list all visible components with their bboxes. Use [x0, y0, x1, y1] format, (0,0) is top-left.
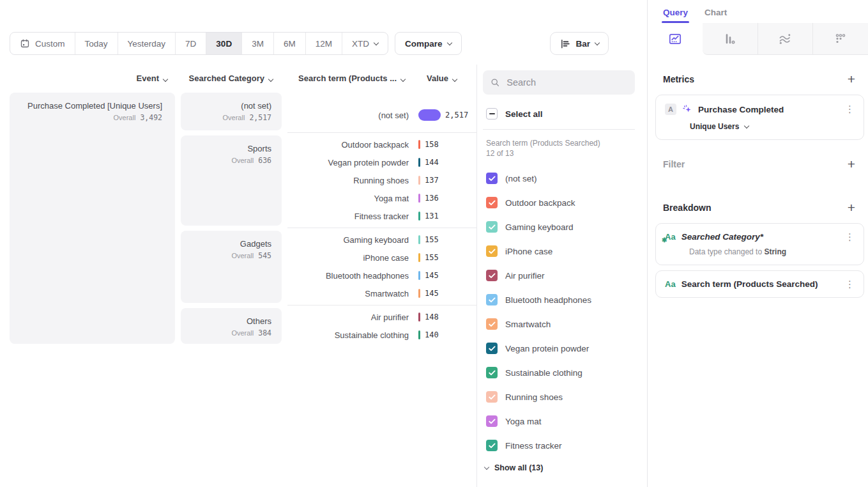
event-cell[interactable]: Purchase Completed [Unique Users] Overal…: [10, 93, 175, 344]
metric-card[interactable]: A Purchase Completed ⋮ Unique Users: [655, 95, 864, 140]
term-row[interactable]: Fitness tracker 131: [287, 207, 476, 225]
checkbox-checked[interactable]: [486, 294, 498, 305]
value-bar[interactable]: [418, 330, 420, 339]
date-range-today[interactable]: Today: [75, 33, 118, 54]
category-cell[interactable]: (not set) Overall2,517: [181, 93, 282, 130]
show-all-button[interactable]: Show all (13): [483, 463, 635, 472]
legend-item[interactable]: Outdoor backpack: [483, 190, 635, 215]
checkbox-checked[interactable]: [486, 318, 498, 330]
checkbox-checked[interactable]: [486, 173, 498, 184]
term-row[interactable]: Vegan protein powder 144: [287, 153, 476, 171]
column-header-search-term[interactable]: Search term (Products ...: [287, 73, 405, 83]
term-row[interactable]: iPhone case 155: [287, 249, 476, 267]
column-header-wrap: Search term (Products ... Value: [287, 73, 476, 83]
category-cell[interactable]: Sports Overall636: [181, 135, 282, 226]
term-row[interactable]: Bluetooth headphones 145: [287, 267, 476, 284]
legend-item[interactable]: (not set): [483, 166, 635, 190]
checkbox-checked[interactable]: [486, 391, 498, 403]
term-row[interactable]: Outdoor backpack 158: [287, 135, 476, 153]
value-bar[interactable]: [418, 212, 420, 220]
term-row[interactable]: Smartwatch 145: [287, 284, 476, 302]
legend-item[interactable]: Sustainable clothing: [483, 360, 635, 385]
date-range-30d[interactable]: 30D: [206, 33, 242, 54]
date-range-6m[interactable]: 6M: [274, 33, 306, 54]
kebab-menu-icon[interactable]: ⋮: [845, 106, 855, 112]
term-value: 155: [425, 253, 439, 262]
legend-item[interactable]: Yoga mat: [483, 409, 635, 433]
add-metric-button[interactable]: +: [848, 74, 855, 84]
date-range-xtd[interactable]: XTD: [342, 33, 388, 54]
value-bar[interactable]: [418, 235, 420, 244]
kebab-menu-icon[interactable]: ⋮: [845, 281, 855, 288]
compare-button[interactable]: Compare: [395, 32, 462, 55]
search-input[interactable]: [505, 77, 627, 88]
tab-funnels[interactable]: [703, 23, 758, 55]
checkbox-checked[interactable]: [486, 440, 498, 451]
date-range-3m[interactable]: 3M: [242, 33, 274, 54]
breakdown-card-searched-category[interactable]: Aa✱ Searched Category* ⋮ Data type chang…: [655, 223, 864, 265]
column-header-value[interactable]: Value: [427, 73, 457, 83]
checkbox-indeterminate[interactable]: [486, 108, 498, 120]
term-row[interactable]: Gaming keyboard 155: [287, 231, 476, 249]
checkbox-checked[interactable]: [486, 367, 498, 378]
legend-item[interactable]: Running shoes: [483, 385, 635, 409]
date-range-yesterday[interactable]: Yesterday: [118, 33, 176, 54]
measure-selector[interactable]: Unique Users: [690, 122, 855, 131]
value-bar[interactable]: [418, 109, 441, 121]
breakdown-title: Breakdown: [663, 203, 711, 213]
term-row[interactable]: (not set) 2,517: [287, 106, 476, 124]
tab-retention[interactable]: [812, 23, 868, 55]
sidebar-tabs: Query Chart: [648, 0, 868, 23]
value-bar[interactable]: [418, 194, 420, 203]
column-header-searched-category[interactable]: Searched Category: [181, 73, 282, 83]
add-filter-button[interactable]: +: [848, 159, 855, 169]
breakdown-card-search-term[interactable]: Aa Search term (Products Searched) ⋮: [655, 270, 864, 298]
checkbox-checked[interactable]: [486, 245, 498, 257]
date-range-label: XTD: [352, 39, 369, 49]
date-range-7d[interactable]: 7D: [176, 33, 206, 54]
legend-item[interactable]: Air purifier: [483, 263, 635, 288]
value-bar[interactable]: [418, 289, 420, 298]
legend-search[interactable]: [483, 70, 635, 95]
checkbox-checked[interactable]: [486, 270, 498, 281]
date-range-12m[interactable]: 12M: [306, 33, 342, 54]
legend-item[interactable]: Gaming keyboard: [483, 215, 635, 239]
term-row[interactable]: Yoga mat 136: [287, 189, 476, 207]
term-row[interactable]: Air purifier 148: [287, 308, 476, 326]
value-bar[interactable]: [418, 253, 420, 262]
value-bar[interactable]: [418, 176, 420, 185]
calendar-icon: [20, 38, 30, 49]
tab-query[interactable]: Query: [663, 8, 688, 23]
legend-item[interactable]: Bluetooth headphones: [483, 288, 635, 312]
category-cell[interactable]: Others Overall384: [181, 308, 282, 344]
category-cell[interactable]: Gadgets Overall545: [181, 231, 282, 303]
date-range-custom[interactable]: Custom: [10, 33, 75, 54]
kebab-menu-icon[interactable]: ⋮: [845, 234, 855, 240]
checkbox-checked[interactable]: [486, 197, 498, 208]
category-groups: (not set) Overall2,517 (not set) 2,517 S…: [181, 90, 476, 346]
legend-item[interactable]: Fitness tracker: [483, 433, 635, 458]
string-property-icon: Aa✱: [665, 233, 676, 242]
checkbox-checked[interactable]: [486, 343, 498, 354]
select-all-row[interactable]: Select all: [486, 108, 635, 120]
tab-insights[interactable]: [648, 23, 703, 55]
term-value: 137: [425, 176, 439, 185]
tab-flows[interactable]: [758, 23, 813, 55]
checkbox-checked[interactable]: [486, 415, 498, 427]
legend-item[interactable]: Vegan protein powder: [483, 336, 635, 360]
legend-item[interactable]: Smartwatch: [483, 312, 635, 336]
value-bar[interactable]: [418, 313, 420, 321]
term-row[interactable]: Sustainable clothing 140: [287, 326, 476, 344]
tab-chart[interactable]: Chart: [704, 8, 727, 23]
column-header-event[interactable]: Event: [10, 73, 175, 83]
value-bar[interactable]: [418, 271, 420, 280]
value-bar[interactable]: [418, 140, 420, 149]
term-row[interactable]: Running shoes 137: [287, 171, 476, 189]
checkbox-checked[interactable]: [486, 221, 498, 233]
chart-type-button[interactable]: Bar: [550, 32, 609, 55]
term-label: Fitness tracker: [287, 212, 409, 221]
chevron-down-icon: [484, 464, 489, 469]
add-breakdown-button[interactable]: +: [848, 203, 855, 213]
value-bar[interactable]: [418, 158, 420, 167]
legend-item[interactable]: iPhone case: [483, 239, 635, 263]
